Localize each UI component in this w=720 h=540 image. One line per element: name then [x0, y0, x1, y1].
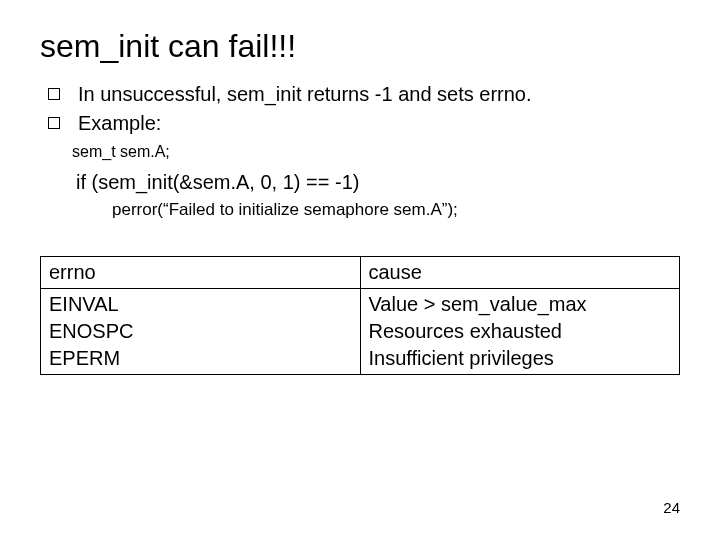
- cell-line: Value > sem_value_max: [369, 291, 672, 318]
- table-body-row: EINVAL ENOSPC EPERM Value > sem_value_ma…: [41, 289, 680, 375]
- cell-line: EPERM: [49, 345, 352, 372]
- table-cell: EINVAL ENOSPC EPERM: [41, 289, 361, 375]
- table-header-row: errno cause: [41, 257, 680, 289]
- bullet-item: In unsuccessful, sem_init returns -1 and…: [48, 81, 680, 108]
- bullet-square-icon: [48, 117, 60, 129]
- cell-line: EINVAL: [49, 291, 352, 318]
- table-header-cell: cause: [360, 257, 680, 289]
- cell-line: Resources exhausted: [369, 318, 672, 345]
- bullet-text: In unsuccessful, sem_init returns -1 and…: [78, 81, 532, 108]
- bullet-item: Example:: [48, 110, 680, 137]
- code-declaration: sem_t sem.A;: [72, 143, 680, 161]
- bullet-list: In unsuccessful, sem_init returns -1 and…: [48, 81, 680, 137]
- code-perror-line: perror(“Failed to initialize semaphore s…: [112, 200, 680, 220]
- table-header-cell: errno: [41, 257, 361, 289]
- errno-table: errno cause EINVAL ENOSPC EPERM Value > …: [40, 256, 680, 375]
- cell-line: Insufficient privileges: [369, 345, 672, 372]
- slide: sem_init can fail!!! In unsuccessful, se…: [0, 0, 720, 375]
- table-cell: Value > sem_value_max Resources exhauste…: [360, 289, 680, 375]
- bullet-square-icon: [48, 88, 60, 100]
- slide-title: sem_init can fail!!!: [40, 28, 680, 65]
- code-if-line: if (sem_init(&sem.A, 0, 1) == -1): [76, 171, 680, 194]
- cell-line: ENOSPC: [49, 318, 352, 345]
- page-number: 24: [663, 499, 680, 516]
- bullet-text: Example:: [78, 110, 161, 137]
